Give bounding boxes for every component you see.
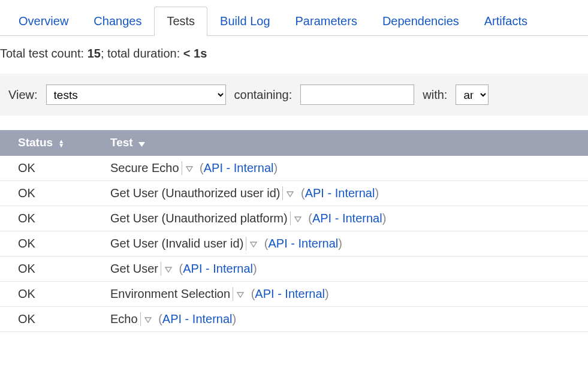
suite-link[interactable]: API - Internal <box>183 262 253 275</box>
row-dropdown-icon[interactable] <box>246 237 257 251</box>
status-cell: OK <box>0 256 102 281</box>
test-cell: Get User (Unauthorized user id) (API - I… <box>102 180 588 206</box>
test-cell: Get User (Invalid user id) (API - Intern… <box>102 231 588 256</box>
test-name-link[interactable]: Get User (Unauthorized user id) <box>110 186 280 200</box>
tab-build-log[interactable]: Build Log <box>207 7 282 36</box>
suite-wrap: (API - Internal) <box>179 262 257 275</box>
test-name-link[interactable]: Secure Echo <box>110 161 179 174</box>
tab-parameters[interactable]: Parameters <box>283 7 370 36</box>
test-cell: Echo (API - Internal) <box>102 306 588 331</box>
suite-wrap: (API - Internal) <box>200 161 278 174</box>
svg-marker-7 <box>145 318 151 322</box>
svg-marker-4 <box>251 242 257 247</box>
summary-duration: < 1s <box>183 47 207 60</box>
summary-count: 15 <box>88 47 101 60</box>
row-dropdown-icon[interactable] <box>233 287 244 301</box>
svg-marker-5 <box>165 267 171 272</box>
row-dropdown-icon[interactable] <box>282 186 294 200</box>
status-cell: OK <box>0 156 102 181</box>
row-dropdown-icon[interactable] <box>290 212 301 225</box>
view-select[interactable]: tests <box>46 85 226 105</box>
test-cell: Get User (Unauthorized platform) (API - … <box>102 206 588 231</box>
test-cell: Environment Selection (API - Internal) <box>102 281 588 306</box>
column-header-status-label: Status <box>18 136 53 149</box>
table-row: OKSecure Echo (API - Internal) <box>0 156 588 181</box>
table-row: OKGet User (Unauthorized platform) (API … <box>0 206 588 231</box>
column-header-test[interactable]: Test <box>102 130 588 156</box>
sort-both-icon: ▲▼ <box>58 139 64 147</box>
suite-link[interactable]: API - Internal <box>305 186 375 200</box>
status-cell: OK <box>0 281 102 306</box>
svg-marker-2 <box>287 192 293 197</box>
table-row: OKGet User (API - Internal) <box>0 256 588 281</box>
view-label: View: <box>8 88 38 102</box>
suite-wrap: (API - Internal) <box>308 212 386 225</box>
test-cell: Secure Echo (API - Internal) <box>102 156 588 181</box>
containing-label: containing: <box>234 88 293 102</box>
tab-tests[interactable]: Tests <box>154 7 207 36</box>
tests-table: Status ▲▼ Test OKSecure Echo (API - Inte… <box>0 130 588 332</box>
svg-marker-6 <box>237 292 243 297</box>
svg-marker-0 <box>138 142 145 147</box>
test-name-link[interactable]: Get User <box>110 262 158 275</box>
row-dropdown-icon[interactable] <box>161 262 172 276</box>
suite-link[interactable]: API - Internal <box>312 212 382 225</box>
containing-input[interactable] <box>300 85 414 105</box>
suite-link[interactable]: API - Internal <box>204 161 274 174</box>
tab-artifacts[interactable]: Artifacts <box>472 7 540 36</box>
table-row: OKGet User (Invalid user id) (API - Inte… <box>0 231 588 256</box>
suite-wrap: (API - Internal) <box>301 186 379 200</box>
status-cell: OK <box>0 180 102 206</box>
table-row: OKEcho (API - Internal) <box>0 306 588 331</box>
status-cell: OK <box>0 206 102 231</box>
suite-link[interactable]: API - Internal <box>269 237 339 250</box>
tab-overview[interactable]: Overview <box>6 7 81 36</box>
test-cell: Get User (API - Internal) <box>102 256 588 281</box>
table-row: OKEnvironment Selection (API - Internal) <box>0 281 588 306</box>
tab-bar: OverviewChangesTestsBuild LogParametersD… <box>0 6 588 36</box>
status-cell: OK <box>0 306 102 331</box>
suite-wrap: (API - Internal) <box>158 312 236 325</box>
filter-bar: View: tests containing: with: any <box>0 74 588 116</box>
tab-dependencies[interactable]: Dependencies <box>370 7 472 36</box>
test-name-link[interactable]: Echo <box>110 312 138 325</box>
svg-marker-3 <box>295 217 301 222</box>
svg-marker-1 <box>186 167 192 171</box>
test-name-link[interactable]: Environment Selection <box>110 287 230 300</box>
table-row: OKGet User (Unauthorized user id) (API -… <box>0 180 588 206</box>
tab-changes[interactable]: Changes <box>81 7 154 36</box>
with-label: with: <box>423 88 447 102</box>
suite-wrap: (API - Internal) <box>264 237 342 250</box>
row-dropdown-icon[interactable] <box>140 312 152 326</box>
column-header-test-label: Test <box>110 136 133 149</box>
test-name-link[interactable]: Get User (Unauthorized platform) <box>110 212 288 225</box>
row-dropdown-icon[interactable] <box>182 161 193 175</box>
summary-count-label: Total test count: <box>0 47 88 60</box>
column-header-status[interactable]: Status ▲▼ <box>0 130 102 156</box>
summary-duration-label: ; total duration: <box>101 47 183 60</box>
test-name-link[interactable]: Get User (Invalid user id) <box>110 237 243 250</box>
status-cell: OK <box>0 231 102 256</box>
with-select[interactable]: any <box>456 85 489 105</box>
test-summary: Total test count: 15; total duration: < … <box>0 36 588 74</box>
suite-wrap: (API - Internal) <box>251 287 329 300</box>
suite-link[interactable]: API - Internal <box>162 312 233 325</box>
suite-link[interactable]: API - Internal <box>255 287 325 300</box>
sort-desc-icon <box>138 137 145 149</box>
